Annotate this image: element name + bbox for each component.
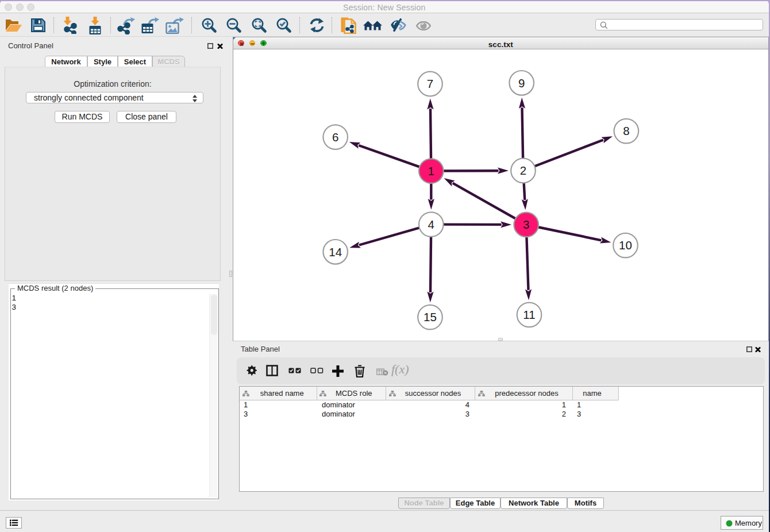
svg-text:1: 1	[428, 164, 434, 178]
svg-text:7: 7	[427, 77, 433, 90]
svg-text:9: 9	[518, 76, 525, 90]
svg-text:15: 15	[424, 310, 437, 323]
svg-text:10: 10	[619, 238, 632, 252]
svg-text:3: 3	[523, 218, 529, 231]
svg-text:11: 11	[523, 308, 535, 321]
svg-text:14: 14	[329, 245, 342, 259]
svg-text:4: 4	[428, 218, 434, 231]
svg-text:8: 8	[623, 124, 629, 137]
svg-text:2: 2	[520, 164, 526, 177]
svg-text:6: 6	[332, 130, 338, 144]
